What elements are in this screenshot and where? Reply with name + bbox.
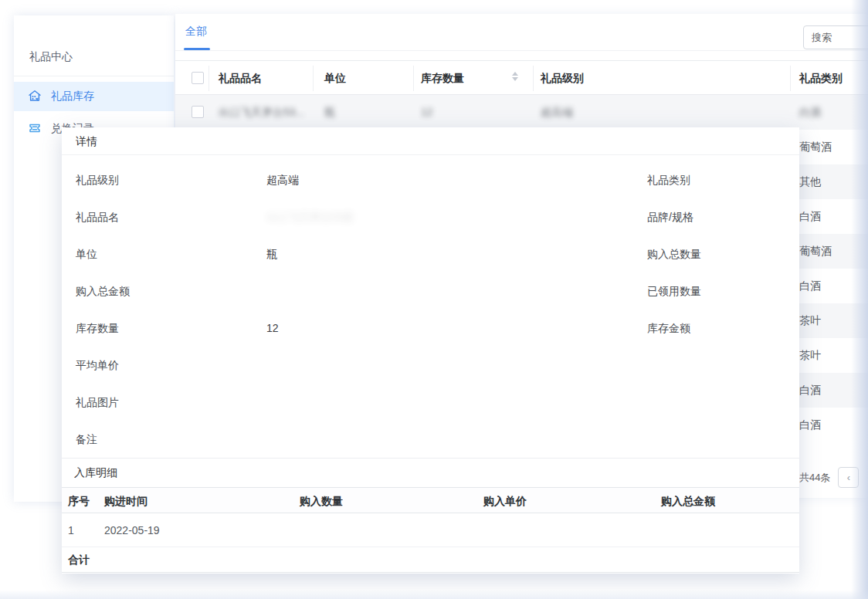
field-label: 礼品级别	[76, 174, 119, 188]
field-label: 礼品图片	[76, 396, 119, 410]
field-row: 礼品级别 超高端	[62, 161, 494, 198]
cell-level: 超高端	[541, 95, 573, 130]
cell-category: 白酒	[799, 408, 821, 442]
inbound-total-row: 合计	[62, 547, 799, 573]
field-label: 购入总数量	[647, 248, 701, 262]
table-row[interactable]: 出口飞天茅台53... 瓶 12 超高端 白酒	[175, 95, 868, 130]
field-row: 购入总金额	[62, 272, 494, 310]
field-label: 品牌/规格	[647, 211, 693, 225]
field-row: 平均单价	[62, 347, 494, 384]
inbound-header-seq: 序号	[68, 488, 90, 514]
cell-category: 其他	[799, 164, 821, 199]
header-separator	[790, 66, 791, 91]
field-value: 超高端	[266, 174, 299, 188]
column-header-name: 礼品品名	[219, 61, 262, 96]
inbound-header-price: 购入单价	[483, 488, 527, 514]
inbound-header-qty: 购入数量	[300, 488, 343, 514]
inbound-cell-date: 2022-05-19	[104, 513, 160, 547]
field-row: 礼品类别	[633, 161, 799, 198]
inbound-table-header: 序号 购进时间 购入数量 购入单价 购入总金额	[62, 487, 799, 513]
cell-category: 茶叶	[799, 303, 821, 338]
field-label: 平均单价	[76, 359, 119, 373]
pagination-prev-button[interactable]: ‹	[838, 467, 859, 488]
field-label: 已领用数量	[647, 285, 701, 299]
tab-active-underline	[184, 48, 210, 50]
column-header-stock: 库存数量	[421, 61, 464, 96]
select-all-checkbox[interactable]	[192, 72, 204, 84]
header-separator	[533, 66, 534, 91]
inbound-cell-seq: 1	[68, 513, 74, 547]
inbound-total-label: 合计	[68, 547, 90, 573]
column-header-category: 礼品类别	[799, 61, 843, 96]
warehouse-icon	[28, 89, 42, 105]
modal-title: 详情	[76, 135, 97, 149]
field-value: 出口飞天茅台53度	[266, 211, 354, 225]
column-header-unit: 单位	[324, 61, 346, 96]
cell-category: 葡萄酒	[799, 130, 832, 164]
cell-category: 白酒	[799, 95, 821, 130]
field-row: 单位 瓶	[62, 235, 494, 272]
field-label: 礼品品名	[76, 211, 119, 225]
sidebar-item-gift-inventory[interactable]: 礼品库存	[14, 82, 174, 111]
cell-category: 白酒	[799, 373, 821, 408]
sidebar-item-label: 礼品库存	[51, 90, 94, 103]
field-row: 已领用数量	[633, 272, 799, 310]
page-edge-shadow-bottom	[0, 590, 868, 599]
field-row: 库存数量 12	[62, 310, 494, 347]
sidebar-divider	[14, 76, 174, 76]
inbound-section-title: 入库明细	[74, 466, 117, 480]
pagination-total: 共44条	[799, 471, 830, 485]
cell-name: 出口飞天茅台53...	[219, 95, 304, 130]
sidebar-title: 礼品中心	[29, 50, 73, 64]
cell-category: 白酒	[799, 199, 821, 234]
detail-modal: 详情 礼品级别 超高端 礼品品名 出口飞天茅台53度 单位 瓶 购入总金额 库存…	[62, 127, 799, 574]
field-row: 礼品品名 出口飞天茅台53度	[62, 198, 494, 235]
header-separator	[209, 66, 209, 91]
column-header-level: 礼品级别	[541, 61, 584, 96]
field-label: 库存数量	[76, 322, 119, 336]
inbound-table-row: 1 2022-05-19	[62, 513, 799, 547]
field-value: 12	[266, 322, 279, 334]
detail-fields-left: 礼品级别 超高端 礼品品名 出口飞天茅台53度 单位 瓶 购入总金额 库存数量 …	[62, 161, 494, 458]
header-separator	[313, 66, 314, 91]
cell-category: 茶叶	[799, 338, 821, 373]
cell-stock: 12	[421, 95, 433, 130]
field-label: 单位	[76, 248, 97, 262]
cell-category: 葡萄酒	[799, 234, 832, 269]
field-label: 备注	[76, 433, 97, 447]
search-input[interactable]	[803, 25, 868, 49]
detail-fields-right: 礼品类别 品牌/规格 购入总数量 已领用数量 库存金额	[633, 161, 799, 347]
field-row: 礼品图片	[62, 384, 494, 421]
table-header-row: 礼品品名 单位 库存数量 礼品级别 礼品类别	[175, 60, 868, 95]
cell-category: 白酒	[799, 269, 821, 303]
sort-carets-icon[interactable]	[512, 72, 518, 81]
inbound-header-date: 购进时间	[104, 488, 147, 514]
header-separator	[413, 66, 414, 91]
field-row: 品牌/规格	[633, 198, 799, 235]
inbound-section-bar: 入库明细	[62, 458, 799, 487]
field-label: 库存金额	[647, 322, 690, 336]
modal-header: 详情	[62, 127, 799, 155]
row-checkbox[interactable]	[192, 106, 204, 118]
field-label: 礼品类别	[647, 174, 690, 188]
field-row: 备注	[62, 421, 494, 458]
field-label: 购入总金额	[76, 285, 130, 299]
cell-unit: 瓶	[324, 95, 335, 130]
inbound-header-amount: 购入总金额	[661, 488, 715, 514]
ticket-icon	[28, 121, 42, 137]
field-row: 库存金额	[633, 310, 799, 347]
field-row: 购入总数量	[633, 235, 799, 272]
tab-all[interactable]: 全部	[185, 25, 207, 39]
field-value: 瓶	[266, 248, 277, 262]
tab-bar: 全部	[175, 14, 868, 51]
